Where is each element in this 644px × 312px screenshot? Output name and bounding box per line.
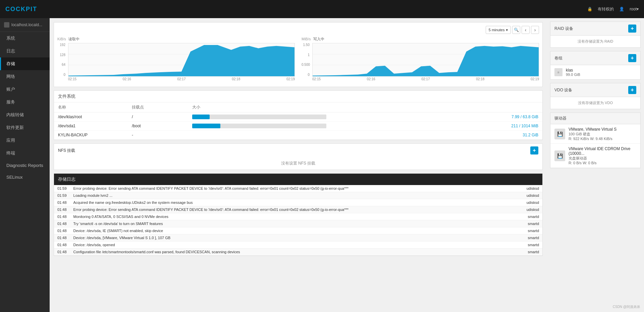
fs-table-row[interactable]: /dev/klas/root/7.99 / 63.8 GiB xyxy=(54,113,542,122)
charts-header: 5 minutes ▾ 🔍 ‹ › xyxy=(57,26,539,34)
app-logo: COCKPIT xyxy=(5,6,37,13)
log-table: 01:59Error probing device: Error sending… xyxy=(54,185,542,256)
read-y-labels: 192 128 64 0 xyxy=(57,43,67,77)
vdo-header: VDO 设备 + xyxy=(550,83,640,97)
fs-table-row[interactable]: /dev/sda1/boot211 / 1014 MiB xyxy=(54,122,542,131)
fs-row-mount: / xyxy=(128,113,188,122)
driver-sub2: R: 0 B/s W: 0 B/s xyxy=(569,161,636,165)
driver-info: VMware Virtual IDE CDROM Drive (10000...… xyxy=(569,146,636,165)
sidebar-item-system[interactable]: 系统 xyxy=(0,32,50,45)
log-service: smartd xyxy=(512,213,542,220)
log-message: Error probing device: Error sending ATA … xyxy=(70,206,513,213)
read-chart-title: KiB/s 读取中 xyxy=(57,37,295,42)
storage-log-section: 存储日志 01:59Error probing device: Error se… xyxy=(54,173,543,256)
log-time: 01:48 xyxy=(54,249,70,256)
watermark: CSDN @阿酒弟弟 xyxy=(613,305,640,309)
log-service: smartd xyxy=(512,220,542,227)
filesystem-title: 文件系统 xyxy=(58,94,75,99)
sidebar-item-storage[interactable]: 存储 xyxy=(0,57,50,70)
raid-header: RAID 设备 + xyxy=(550,22,640,36)
raid-add-button[interactable]: + xyxy=(628,25,636,33)
log-message: Configuration file /etc/smartmontools/sm… xyxy=(70,249,513,256)
sidebar-item-network[interactable]: 网络 xyxy=(0,70,50,83)
vdo-empty-label: 没有存储设置为 VDO xyxy=(550,97,640,109)
log-time: 01:59 xyxy=(54,185,70,192)
chart-prev-button[interactable]: ‹ xyxy=(522,26,530,34)
write-chart-canvas: 1.50 1 0.500 0 xyxy=(302,43,539,83)
sidebar-item-services[interactable]: 服务 xyxy=(0,96,50,108)
log-time: 01:48 xyxy=(54,199,70,206)
raid-section: RAID 设备 + 没有存储设置为 RAID xyxy=(550,21,641,48)
driver-item[interactable]: 💾VMware Virtual IDE CDROM Drive (10000..… xyxy=(550,144,640,168)
nfs-title: NFS 挂载 xyxy=(58,148,75,153)
fs-row-name: /dev/klas/root xyxy=(54,113,128,122)
charts-row: KiB/s 读取中 192 128 64 0 xyxy=(57,37,539,83)
driver-icon: 💾 xyxy=(554,150,565,161)
write-chart-svg xyxy=(313,43,539,76)
fs-row-bar xyxy=(188,113,495,122)
log-title: 存储日志 xyxy=(58,177,75,182)
vg-item[interactable]: ≡ klas 99.0 GiB xyxy=(550,65,640,79)
vg-name: klas xyxy=(566,68,580,73)
sidebar-item-logs[interactable]: 日志 xyxy=(0,45,50,57)
log-table-row: 01:48Try 'smartctl -s on /dev/sda' to tu… xyxy=(54,220,542,227)
fs-table-row[interactable]: KYLIN-BACKUP-31.2 GiB xyxy=(54,131,542,140)
read-chart: KiB/s 读取中 192 128 64 0 xyxy=(57,37,295,83)
log-time: 01:48 xyxy=(54,234,70,241)
sidebar: localhost.locald... 系统 日志 存储 网络 账户 服务 内核… xyxy=(0,18,50,312)
vg-header: 卷组 + xyxy=(550,51,640,65)
sidebar-item-terminal[interactable]: 终端 xyxy=(0,147,50,160)
vg-add-button[interactable]: + xyxy=(628,54,636,62)
user-icon: 👤 xyxy=(619,7,624,11)
read-chart-unit: KiB/s xyxy=(57,37,66,41)
sidebar-item-diagnostic[interactable]: Diagnostic Reports xyxy=(0,160,50,171)
read-chart-label: 读取中 xyxy=(68,37,79,41)
log-service: smartd xyxy=(512,241,542,249)
log-table-row: 01:48Device: /dev/sda, openedsmartd xyxy=(54,241,542,249)
chart-next-button[interactable]: › xyxy=(531,26,539,34)
sidebar-item-selinux[interactable]: SELinux xyxy=(0,171,50,183)
app-body: localhost.locald... 系统 日志 存储 网络 账户 服务 内核… xyxy=(0,18,644,312)
driver-info: VMware, VMware Virtual S100 GiB 硬盘R: 922… xyxy=(569,127,636,141)
write-chart-unit: MiB/s xyxy=(302,37,311,41)
read-chart-canvas: 192 128 64 0 xyxy=(57,43,295,83)
chart-search-button[interactable]: 🔍 xyxy=(512,26,520,34)
user-label[interactable]: root▾ xyxy=(630,7,639,11)
charts-area: 5 minutes ▾ 🔍 ‹ › KiB/s 读取中 192 xyxy=(54,22,543,87)
vdo-add-button[interactable]: + xyxy=(628,86,636,94)
log-table-row: 01:59Loading module lvm2 ...udisksd xyxy=(54,192,542,199)
raid-empty-label: 没有存储设置为 RAID xyxy=(550,36,640,47)
write-chart-area xyxy=(312,43,539,77)
driver-name: VMware Virtual IDE CDROM Drive (10000... xyxy=(569,146,636,156)
sidebar-item-apps[interactable]: 应用 xyxy=(0,134,50,147)
log-service: udisksd xyxy=(512,185,542,192)
nfs-add-button[interactable]: + xyxy=(530,146,538,154)
log-table-row: 01:48Acquired the name org.freedesktop.U… xyxy=(54,199,542,206)
nfs-header: NFS 挂载 + xyxy=(54,144,542,157)
nfs-empty-label: 没有设置 NFS 挂载 xyxy=(54,157,542,170)
time-control[interactable]: 5 minutes ▾ xyxy=(486,26,511,34)
log-service: smartd xyxy=(512,249,542,256)
fs-row-size: 7.99 / 63.8 GiB xyxy=(495,113,542,122)
log-table-row: 01:48Configuration file /etc/smartmontoo… xyxy=(54,249,542,256)
vg-section: 卷组 + ≡ klas 99.0 GiB xyxy=(550,51,641,80)
write-chart-title: MiB/s 写入中 xyxy=(302,37,539,42)
sidebar-item-accounts[interactable]: 账户 xyxy=(0,83,50,96)
log-message: Loading module lvm2 ... xyxy=(70,192,513,199)
log-table-row: 01:48Monitoring 0 ATA/SATA, 0 SCSI/SAS a… xyxy=(54,213,542,220)
driver-sub1: 光盘驱动器 xyxy=(569,156,636,161)
vg-size: 99.0 GiB xyxy=(566,73,580,77)
log-message: Device: /dev/sda, IE (SMART) not enabled… xyxy=(70,227,513,234)
sidebar-item-kernel[interactable]: 内核转储 xyxy=(0,108,50,121)
driver-icon: 💾 xyxy=(554,129,565,139)
sidebar-item-updates[interactable]: 软件更新 xyxy=(0,121,50,134)
driver-item[interactable]: 💾VMware, VMware Virtual S100 GiB 硬盘R: 92… xyxy=(550,124,640,144)
log-table-row: 01:48Device: /dev/sda, IE (SMART) not en… xyxy=(54,227,542,234)
vg-icon: ≡ xyxy=(554,68,562,76)
vdo-section: VDO 设备 + 没有存储设置为 VDO xyxy=(550,83,641,109)
sidebar-host[interactable]: localhost.locald... xyxy=(0,18,50,32)
log-service: udisksd xyxy=(512,206,542,213)
write-y-labels: 1.50 1 0.500 0 xyxy=(302,43,311,77)
fs-row-mount: - xyxy=(128,131,188,140)
log-table-row: 01:59Error probing device: Error sending… xyxy=(54,185,542,192)
